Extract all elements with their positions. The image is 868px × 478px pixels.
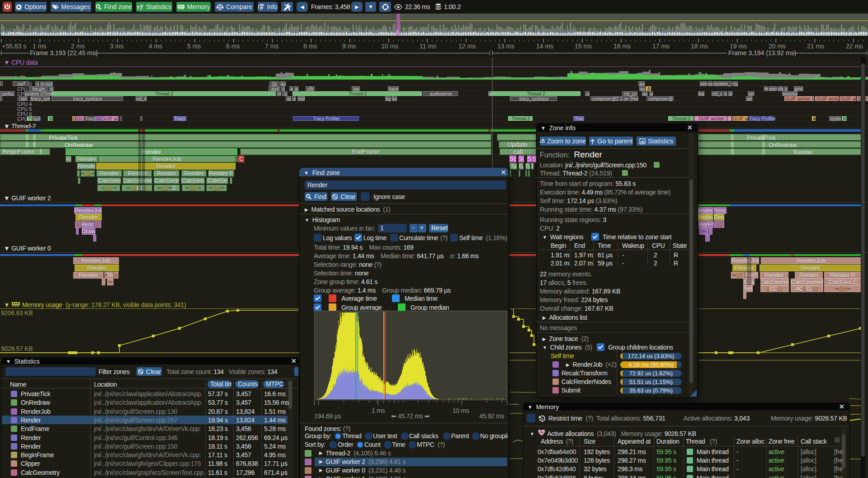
- svg-text:5: 5: [541, 417, 543, 421]
